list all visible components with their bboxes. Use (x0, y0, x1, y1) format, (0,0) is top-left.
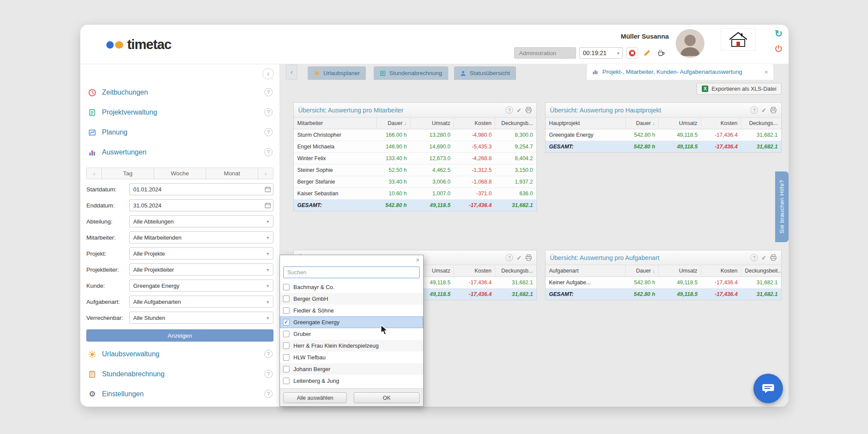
table-row[interactable]: Winter Felix133.40 h12,673.0-4,268.88,40… (294, 152, 536, 164)
edit-note-button[interactable] (641, 47, 653, 59)
column-header[interactable]: Kosten (454, 118, 495, 129)
column-header[interactable]: Dauer↓ (626, 265, 659, 276)
customer-option[interactable]: ✓Greengate Energy (280, 316, 423, 328)
help-icon[interactable]: ? (506, 106, 513, 114)
period-prev-button[interactable]: ‹ (86, 168, 102, 179)
export-xls-button[interactable]: X Exportieren als XLS-Datei (697, 83, 782, 95)
verrechenbar-select[interactable]: Alle Stunden ▾ (129, 312, 273, 324)
aufgabenart-select[interactable]: Alle Aufgabenarten ▾ (129, 296, 273, 308)
total-row[interactable]: GESAMT:542.80 h49,118.5-17,436.431,682.1 (546, 288, 781, 300)
tab-statusuebersicht[interactable]: Statusübersicht (454, 66, 516, 80)
tab-urlaubsplaner[interactable]: Urlaubsplaner (308, 66, 366, 80)
abteilung-select[interactable]: Alle Abteilungen ▾ (129, 215, 273, 227)
period-tab-tag[interactable]: Tag (102, 168, 154, 179)
startdatum-input[interactable] (130, 184, 263, 195)
table-row[interactable]: Steiner Sophie52.50 h4,462.5-1,312.53,15… (294, 164, 536, 176)
check-icon[interactable]: ✓ (761, 107, 766, 114)
help-icon[interactable]: ? (264, 370, 273, 378)
kunde-select[interactable]: Greengate Energy ▾ (129, 279, 273, 292)
print-icon[interactable] (770, 107, 777, 113)
column-header[interactable]: Kosten (701, 265, 741, 276)
enddatum-input[interactable] (130, 200, 263, 211)
customer-option[interactable]: HLW Tiefbau (280, 352, 423, 363)
timer-display[interactable]: 00:19:21 ▾ (579, 47, 623, 59)
checkbox-checked[interactable]: ✓ (283, 319, 289, 326)
help-icon[interactable]: ? (264, 108, 273, 116)
period-next-button[interactable]: › (258, 168, 273, 179)
column-header[interactable]: Kosten (701, 118, 741, 129)
mitarbeiter-select[interactable]: Alle Mitarbeitenden ▾ (129, 231, 273, 243)
column-header[interactable]: Dauer↓ (376, 118, 410, 129)
help-icon[interactable]: ? (264, 350, 273, 358)
chat-button[interactable] (753, 374, 783, 403)
total-row[interactable]: GESAMT:542.80 h49,118.5-17,436.431,682.1 (294, 199, 536, 211)
check-icon[interactable]: ✓ (516, 107, 522, 114)
column-header[interactable]: Aufgabenart (546, 265, 626, 276)
customer-option[interactable]: Leitenberg & Jung (280, 375, 423, 387)
table-row[interactable]: Greengate Energy542.80 h49,118.5-17,436.… (546, 129, 781, 141)
help-icon[interactable]: ? (750, 106, 758, 114)
column-header[interactable]: Hauptprojekt (546, 118, 626, 129)
column-header[interactable]: Umsatz (659, 265, 701, 276)
enddatum-field[interactable] (129, 199, 273, 211)
help-icon[interactable]: ? (264, 88, 273, 96)
period-tab-woche[interactable]: Woche (154, 168, 206, 179)
calendar-icon[interactable] (264, 202, 271, 209)
column-header[interactable]: Mitarbeiter (294, 118, 376, 129)
column-header[interactable]: Dauer↓ (626, 118, 659, 129)
checkbox[interactable] (283, 354, 289, 361)
column-header[interactable]: Deckungsb... (495, 265, 536, 276)
sidebar-item-urlaubsverwaltung[interactable]: Urlaubsverwaltung ? (80, 344, 279, 364)
checkbox[interactable] (283, 307, 289, 314)
column-header[interactable]: Deckungs... (741, 118, 781, 129)
table-row[interactable]: Sturm Christopher166.00 h13,280.0-4,980.… (294, 129, 536, 141)
checkbox[interactable] (283, 296, 289, 302)
column-header[interactable]: Kosten (454, 265, 495, 276)
column-header[interactable]: Deckungsb... (495, 118, 536, 129)
customer-option[interactable]: Berger GmbH (280, 293, 423, 305)
help-icon[interactable]: ? (264, 128, 273, 136)
logout-button[interactable] (773, 43, 784, 54)
company-logo[interactable] (721, 28, 756, 51)
check-icon[interactable]: ✓ (761, 254, 766, 261)
user-avatar[interactable] (676, 29, 704, 58)
print-icon[interactable] (770, 254, 777, 261)
close-icon[interactable]: × (416, 256, 420, 263)
refresh-button[interactable]: ↻ (773, 28, 784, 39)
help-icon[interactable]: ? (264, 390, 273, 398)
sidebar-item-planung[interactable]: Planung ? (80, 122, 279, 142)
column-header[interactable]: Umsatz (659, 118, 701, 129)
sidebar-collapse-button[interactable]: ‹ (263, 68, 274, 79)
checkbox[interactable] (283, 331, 289, 337)
customer-option[interactable]: Gruber (280, 328, 423, 340)
checkbox[interactable] (283, 284, 289, 290)
sidebar-item-stundenabrechnung[interactable]: Stundenabrechnung ? (80, 364, 279, 384)
check-icon[interactable]: ✓ (516, 254, 522, 261)
customer-option[interactable]: Herr & Frau Klein Kinderspielzeug (280, 340, 423, 352)
help-icon[interactable]: ? (264, 148, 273, 156)
table-row[interactable]: Keiner Aufgabe...542.80 h49,118.5-17,436… (546, 276, 781, 288)
column-header[interactable]: Umsatz (410, 118, 454, 129)
calendar-icon[interactable] (264, 186, 271, 193)
sidebar-item-projektverwaltung[interactable]: Projektverwaltung ? (80, 102, 279, 122)
checkbox[interactable] (283, 378, 289, 384)
role-select[interactable]: Administration (514, 47, 576, 59)
customer-option[interactable]: Bachmayr & Co. (280, 281, 423, 293)
checkbox[interactable] (283, 366, 289, 372)
table-row[interactable]: Berger Stefanie33.40 h3,006.0-1,068.81,9… (294, 176, 536, 187)
help-icon[interactable]: ? (506, 254, 513, 261)
column-header[interactable]: Deckungsbeit... (741, 265, 781, 276)
select-all-button[interactable]: Alle auswählen (283, 392, 347, 403)
customer-option[interactable]: Johann Berger (280, 363, 423, 375)
ok-button[interactable]: OK (354, 392, 420, 403)
close-icon[interactable]: × (764, 69, 768, 75)
startdatum-field[interactable] (129, 183, 273, 195)
search-input[interactable] (283, 266, 420, 278)
anzeigen-button[interactable]: Anzeigen (86, 329, 273, 342)
break-button[interactable] (655, 47, 667, 59)
stop-timer-button[interactable] (626, 47, 638, 59)
table-row[interactable]: Engel Michaela146.90 h14,690.0-5,435.39,… (294, 141, 536, 152)
customer-option[interactable]: Fiedler & Söhne (280, 305, 423, 316)
checkbox[interactable] (283, 342, 289, 349)
sidebar-item-auswertungen[interactable]: Auswertungen ? (80, 142, 279, 162)
